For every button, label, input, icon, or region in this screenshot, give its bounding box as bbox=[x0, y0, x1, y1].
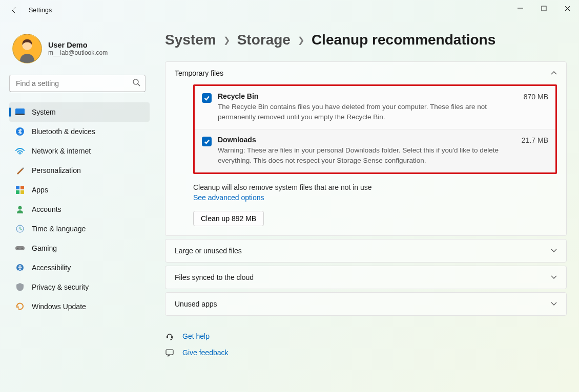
nav-label: Time & language bbox=[32, 225, 86, 233]
file-text: Downloads Warning: These are files in yo… bbox=[218, 136, 510, 165]
nav-label: Gaming bbox=[32, 244, 57, 252]
panel-header-temporary-files[interactable]: Temporary files bbox=[166, 62, 566, 84]
svg-point-9 bbox=[19, 154, 20, 155]
brush-icon bbox=[15, 166, 25, 175]
nav-item-network[interactable]: Network & internet bbox=[9, 141, 150, 161]
close-button[interactable] bbox=[555, 0, 579, 16]
nav-item-time[interactable]: Time & language bbox=[9, 219, 150, 238]
nav-label: Accessibility bbox=[32, 264, 71, 272]
panel-header-cloud-synced[interactable]: Files synced to the cloud bbox=[166, 266, 566, 289]
svg-point-14 bbox=[18, 206, 22, 210]
get-help-link[interactable]: Get help bbox=[165, 328, 567, 344]
update-icon bbox=[15, 302, 25, 311]
svg-point-20 bbox=[19, 265, 21, 267]
help-links: Get help Give feedback bbox=[165, 328, 567, 361]
apps-icon bbox=[15, 185, 25, 194]
nav-label: Windows Update bbox=[32, 302, 86, 311]
nav-item-apps[interactable]: Apps bbox=[9, 180, 150, 200]
svg-rect-23 bbox=[166, 350, 173, 355]
nav-item-accessibility[interactable]: Accessibility bbox=[9, 258, 150, 277]
app-title: Settings bbox=[29, 7, 52, 14]
help-label: Give feedback bbox=[182, 349, 229, 357]
nav-item-privacy[interactable]: Privacy & security bbox=[9, 277, 150, 297]
back-button[interactable] bbox=[4, 2, 25, 18]
user-name: User Demo bbox=[48, 41, 108, 49]
sidebar: User Demo m__lab@outlook.com System Blue… bbox=[0, 20, 154, 392]
svg-rect-22 bbox=[171, 336, 173, 338]
breadcrumb-system[interactable]: System bbox=[165, 32, 216, 48]
panel-title: Temporary files bbox=[175, 69, 223, 77]
file-desc: Warning: These are files in your persona… bbox=[218, 145, 510, 165]
titlebar: Settings bbox=[0, 0, 579, 20]
avatar bbox=[12, 34, 42, 63]
cleanup-button[interactable]: Clean up 892 MB bbox=[193, 211, 264, 226]
search-icon[interactable] bbox=[133, 79, 140, 88]
search-input[interactable] bbox=[9, 75, 146, 92]
nav-label: Apps bbox=[32, 186, 48, 194]
file-title: Downloads bbox=[218, 136, 510, 144]
accessibility-icon bbox=[15, 263, 25, 272]
chevron-down-icon bbox=[551, 274, 557, 281]
maximize-button[interactable] bbox=[532, 0, 555, 16]
svg-point-18 bbox=[22, 248, 23, 249]
file-desc: The Recycle Bin contains files you have … bbox=[218, 102, 512, 122]
nav-item-gaming[interactable]: Gaming bbox=[9, 238, 150, 258]
panel-body-temporary-files: Recycle Bin The Recycle Bin contains fil… bbox=[166, 84, 566, 235]
window-controls bbox=[508, 0, 579, 16]
wifi-icon bbox=[15, 146, 25, 156]
nav-item-bluetooth[interactable]: Bluetooth & devices bbox=[9, 122, 150, 141]
chevron-down-icon bbox=[551, 247, 557, 254]
file-text: Recycle Bin The Recycle Bin contains fil… bbox=[218, 92, 512, 122]
search-field-wrap bbox=[9, 75, 146, 92]
person-icon bbox=[15, 205, 25, 214]
user-email: m__lab@outlook.com bbox=[48, 49, 108, 56]
svg-rect-1 bbox=[542, 6, 546, 11]
nav-label: Personalization bbox=[32, 166, 81, 175]
panel-temporary-files: Temporary files Recycle Bin The Recycle … bbox=[165, 61, 567, 236]
headset-icon bbox=[165, 332, 174, 340]
svg-rect-7 bbox=[15, 114, 25, 115]
nav-label: System bbox=[32, 108, 56, 116]
panel-cloud-synced: Files synced to the cloud bbox=[165, 266, 567, 289]
cleanup-note: Cleanup will also remove system files th… bbox=[193, 183, 557, 191]
nav-label: Network & internet bbox=[32, 147, 91, 155]
panel-title: Unused apps bbox=[175, 300, 217, 308]
nav-label: Privacy & security bbox=[32, 283, 89, 291]
svg-rect-21 bbox=[167, 336, 168, 338]
nav-list: System Bluetooth & devices Network & int… bbox=[9, 102, 150, 316]
user-block[interactable]: User Demo m__lab@outlook.com bbox=[12, 34, 150, 63]
svg-rect-13 bbox=[20, 190, 24, 194]
nav-item-update[interactable]: Windows Update bbox=[9, 297, 150, 316]
file-size: 870 MB bbox=[524, 93, 548, 101]
nav-label: Bluetooth & devices bbox=[32, 127, 95, 136]
chevron-right-icon: ❯ bbox=[223, 35, 230, 45]
checkbox-downloads[interactable] bbox=[202, 137, 212, 146]
svg-rect-12 bbox=[16, 190, 19, 194]
chevron-right-icon: ❯ bbox=[298, 35, 304, 45]
chevron-up-icon bbox=[551, 70, 557, 77]
give-feedback-link[interactable]: Give feedback bbox=[165, 344, 567, 361]
nav-item-system[interactable]: System bbox=[9, 102, 150, 122]
breadcrumb: System ❯ Storage ❯ Cleanup recommendatio… bbox=[165, 32, 567, 48]
advanced-options-link[interactable]: See advanced options bbox=[193, 193, 264, 202]
panel-title: Large or unused files bbox=[175, 247, 242, 255]
file-title: Recycle Bin bbox=[218, 92, 512, 100]
file-size: 21.7 MB bbox=[522, 136, 548, 144]
chevron-down-icon bbox=[551, 300, 557, 308]
svg-rect-10 bbox=[16, 186, 19, 189]
checkbox-recycle-bin[interactable] bbox=[202, 93, 212, 103]
svg-point-4 bbox=[133, 79, 138, 84]
panel-header-unused-apps[interactable]: Unused apps bbox=[166, 293, 566, 315]
minimize-button[interactable] bbox=[508, 0, 532, 16]
panel-header-large-unused[interactable]: Large or unused files bbox=[166, 239, 566, 262]
file-item-recycle-bin[interactable]: Recycle Bin The Recycle Bin contains fil… bbox=[195, 86, 555, 129]
system-icon bbox=[15, 107, 25, 117]
nav-item-personalization[interactable]: Personalization bbox=[9, 161, 150, 180]
gamepad-icon bbox=[15, 244, 25, 253]
panel-large-unused: Large or unused files bbox=[165, 239, 567, 263]
file-item-downloads[interactable]: Downloads Warning: These are files in yo… bbox=[195, 129, 555, 172]
nav-item-accounts[interactable]: Accounts bbox=[9, 200, 150, 219]
help-label: Get help bbox=[182, 332, 210, 340]
breadcrumb-storage[interactable]: Storage bbox=[237, 32, 291, 48]
nav-label: Accounts bbox=[32, 205, 61, 213]
